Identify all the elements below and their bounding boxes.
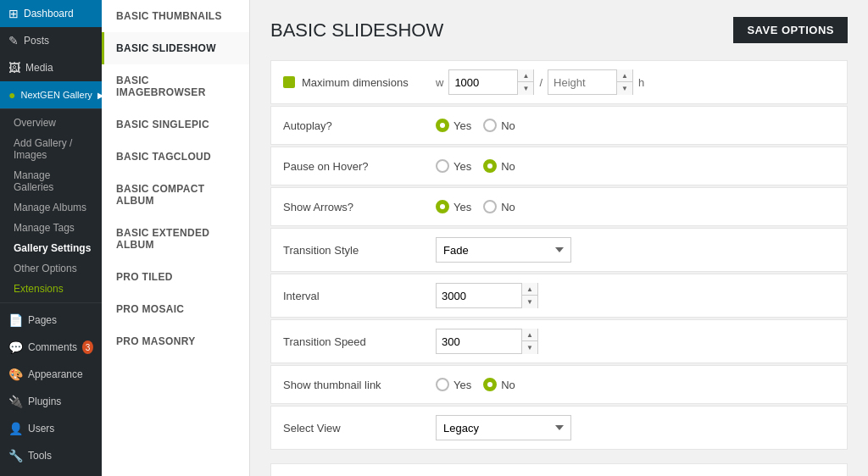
max-dimensions-control: w ▲ ▼ / ▲ ▼ — [436, 69, 835, 95]
media-icon: 🖼 — [8, 61, 20, 75]
thumbnail-link-label: Show thumbnail link — [283, 379, 436, 391]
pause-yes-label[interactable]: Yes — [436, 159, 471, 173]
sidebar-sub-manage-galleries[interactable]: Manage Galleries — [0, 165, 102, 197]
transition-speed-row: Transition Speed ▲ ▼ — [271, 320, 847, 363]
interval-input[interactable] — [437, 284, 521, 307]
comments-badge: 3 — [82, 340, 93, 354]
middle-item-basic-thumbnails[interactable]: BASIC THUMBNAILS — [102, 0, 249, 32]
sidebar-item-appearance[interactable]: 🎨 Appearance — [0, 361, 102, 388]
height-spinner-down[interactable]: ▼ — [617, 82, 632, 95]
select-view-row: Select View Legacy Default — [271, 407, 847, 449]
transition-speed-spinner-down[interactable]: ▼ — [522, 341, 537, 354]
sidebar-item-comments[interactable]: 💬 Comments 3 — [0, 334, 102, 361]
arrows-row: Show Arrows? Yes No — [271, 188, 847, 225]
sidebar-item-tools[interactable]: 🔧 Tools — [0, 442, 102, 469]
thumbnail-link-yes-radio[interactable] — [436, 378, 449, 391]
sidebar-item-posts[interactable]: ✎ Posts — [0, 27, 102, 54]
autoplay-yes-label[interactable]: Yes — [436, 119, 471, 132]
sidebar-sub-overview[interactable]: Overview — [0, 113, 102, 133]
middle-item-basic-imagebrowser[interactable]: BASIC IMAGEBROWSER — [102, 64, 249, 108]
transition-style-section: Transition Style Fade Slide None — [270, 228, 848, 272]
arrows-no-label[interactable]: No — [483, 200, 515, 213]
transition-speed-section: Transition Speed ▲ ▼ — [270, 319, 848, 363]
middle-item-basic-tagcloud[interactable]: BASIC TAGCLOUD — [102, 141, 249, 173]
autoplay-yes-radio[interactable] — [436, 119, 449, 132]
interval-control: ▲ ▼ — [436, 283, 835, 308]
sidebar-item-nextgen[interactable]: ● NextGEN Gallery ▶ — [0, 81, 102, 108]
arrows-control: Yes No — [436, 200, 835, 213]
sidebar: ⊞ Dashboard ✎ Posts 🖼 Media ● NextGEN Ga… — [0, 0, 102, 476]
interval-section: Interval ▲ ▼ — [270, 274, 848, 318]
sidebar-item-media[interactable]: 🖼 Media — [0, 54, 102, 81]
sidebar-sub-other-options[interactable]: Other Options — [0, 258, 102, 279]
transition-style-select[interactable]: Fade Slide None — [436, 237, 571, 263]
middle-item-basic-compact-album[interactable]: BASIC COMPACT ALBUM — [102, 173, 249, 217]
sidebar-item-users[interactable]: 👤 Users — [0, 415, 102, 442]
autoplay-label: Autoplay? — [283, 119, 436, 132]
autoplay-section: Autoplay? Yes No — [270, 106, 848, 145]
sidebar-sub-add-gallery[interactable]: Add Gallery / Images — [0, 133, 102, 165]
pause-no-radio[interactable] — [483, 159, 497, 173]
middle-item-pro-tiled[interactable]: PRO TILED — [102, 261, 249, 293]
interval-spinner-down[interactable]: ▼ — [522, 296, 537, 308]
arrows-label: Show Arrows? — [283, 201, 436, 213]
autoplay-no-label[interactable]: No — [483, 119, 515, 132]
nextgen-submenu: Overview Add Gallery / Images Manage Gal… — [0, 108, 102, 302]
arrows-no-radio[interactable] — [483, 200, 497, 213]
max-dimensions-label: Maximum dimensions — [283, 76, 436, 89]
thumbnail-link-no-label[interactable]: No — [483, 378, 515, 391]
middle-item-basic-extended-album[interactable]: BASIC EXTENDED ALBUM — [102, 217, 249, 261]
width-input-group: w ▲ ▼ / ▲ ▼ — [436, 69, 644, 95]
arrows-yes-radio[interactable] — [436, 200, 449, 213]
save-options-button[interactable]: SAVE OPTIONS — [733, 17, 848, 43]
sidebar-item-settings[interactable]: ⚙ Settings — [0, 469, 102, 476]
autoplay-no-radio[interactable] — [483, 119, 497, 132]
tools-icon: 🔧 — [8, 449, 23, 462]
sidebar-sub-extensions[interactable]: Extensions — [0, 279, 102, 299]
sidebar-item-pages[interactable]: 📄 Pages — [0, 307, 102, 334]
thumbnail-link-row: Show thumbnail link Yes No — [271, 366, 847, 403]
middle-item-basic-singlepic[interactable]: BASIC SINGLEPIC — [102, 108, 249, 141]
thumbnail-link-no-radio[interactable] — [483, 378, 497, 391]
width-input[interactable] — [449, 70, 517, 94]
pause-yes-radio[interactable] — [436, 159, 449, 173]
thumbnail-link-yes-label[interactable]: Yes — [436, 378, 471, 391]
sidebar-item-dashboard[interactable]: ⊞ Dashboard — [0, 0, 102, 27]
arrows-yes-label[interactable]: Yes — [436, 200, 471, 213]
select-view-control: Legacy Default — [436, 415, 835, 440]
thumbnail-link-section: Show thumbnail link Yes No — [270, 365, 848, 404]
interval-spinners: ▲ ▼ — [521, 283, 537, 308]
dashboard-icon: ⊞ — [8, 7, 19, 20]
transition-speed-input[interactable] — [437, 329, 521, 353]
comments-icon: 💬 — [8, 340, 23, 354]
transition-speed-spinner-up[interactable]: ▲ — [522, 329, 537, 341]
interval-spinner-up[interactable]: ▲ — [522, 283, 537, 296]
select-view-select[interactable]: Legacy Default — [436, 415, 571, 440]
middle-item-pro-mosaic[interactable]: PRO MOSAIC — [102, 293, 249, 325]
pause-no-label[interactable]: No — [483, 159, 515, 173]
height-input[interactable] — [548, 70, 616, 94]
width-input-wrapper: ▲ ▼ — [448, 69, 534, 95]
upgrade-section: Want to sell your images online? Upgrade… — [270, 463, 848, 476]
sidebar-sub-gallery-settings[interactable]: Gallery Settings — [0, 238, 102, 258]
gallery-type-list: BASIC THUMBNAILS BASIC SLIDESHOW BASIC I… — [102, 0, 250, 476]
appearance-icon: 🎨 — [8, 368, 23, 381]
max-dimensions-row: Maximum dimensions w ▲ ▼ / — [271, 61, 847, 103]
transition-style-label: Transition Style — [283, 244, 436, 257]
sidebar-sub-manage-tags[interactable]: Manage Tags — [0, 218, 102, 238]
interval-label: Interval — [283, 290, 436, 302]
max-dimensions-section: Maximum dimensions w ▲ ▼ / — [270, 60, 848, 104]
sidebar-item-plugins[interactable]: 🔌 Plugins — [0, 388, 102, 415]
transition-speed-label: Transition Speed — [283, 335, 436, 348]
middle-item-basic-slideshow[interactable]: BASIC SLIDESHOW — [102, 32, 249, 64]
width-spinner-down[interactable]: ▼ — [518, 82, 533, 95]
sidebar-sub-manage-albums[interactable]: Manage Albums — [0, 197, 102, 218]
main-header: BASIC SLIDESHOW SAVE OPTIONS — [270, 17, 848, 43]
transition-speed-spinners: ▲ ▼ — [521, 329, 537, 354]
middle-item-pro-masonry[interactable]: PRO MASONRY — [102, 325, 249, 357]
pause-radio-group: Yes No — [436, 159, 515, 173]
width-spinner-up[interactable]: ▲ — [518, 69, 533, 82]
users-icon: 👤 — [8, 422, 23, 435]
height-spinner-up[interactable]: ▲ — [617, 69, 632, 82]
max-dimensions-checkbox[interactable] — [283, 76, 295, 88]
